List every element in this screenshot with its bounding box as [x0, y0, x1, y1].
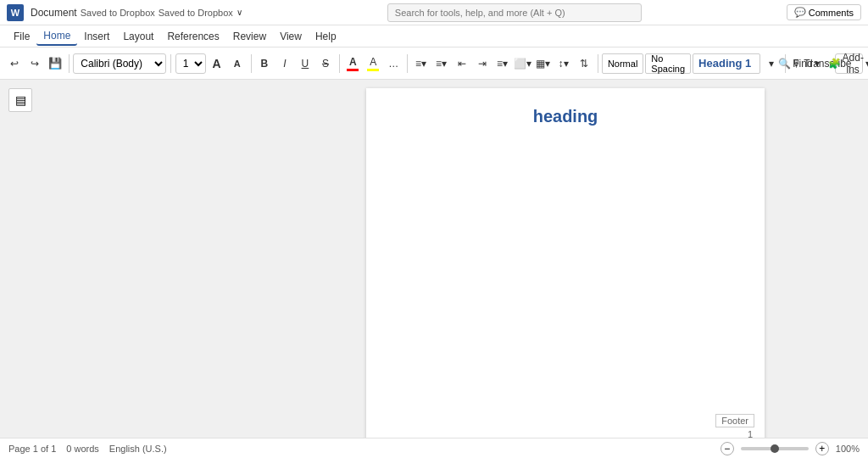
style-normal[interactable]: Normal: [602, 53, 643, 74]
thumbnail-icon: ▤: [15, 93, 26, 107]
font-size-select[interactable]: 11 8910 121416: [175, 53, 206, 74]
menu-insert[interactable]: Insert: [77, 28, 116, 45]
mic-icon: 🎙: [792, 58, 802, 70]
grow-font-button[interactable]: A: [208, 53, 226, 74]
document-canvas[interactable]: heading Footer 1: [366, 88, 765, 438]
addins-label: Add-ins: [843, 52, 864, 75]
comments-button[interactable]: 💬 Comments: [787, 4, 861, 20]
doc-name: Document: [31, 7, 77, 19]
search-bar: [242, 3, 787, 22]
zoom-out-button[interactable]: −: [721, 442, 734, 455]
font-family-select[interactable]: Calibri (Body) Arial Times New Roman: [73, 53, 166, 74]
redo-button[interactable]: ↪: [25, 53, 44, 74]
doc-saved-status: Saved to Dropbox: [159, 8, 233, 18]
thumbnail-toggle[interactable]: ▤: [8, 88, 32, 112]
shrink-font-button[interactable]: A: [228, 53, 247, 74]
dropdown-arrow[interactable]: ∨: [236, 8, 242, 17]
search-icon: 🔍: [778, 58, 791, 70]
style-nospacing-label: No Spacing: [651, 53, 685, 74]
menu-help[interactable]: Help: [309, 28, 343, 45]
numbering-button[interactable]: ≡▾: [432, 53, 451, 74]
highlight-letter: A: [370, 56, 376, 68]
zoom-slider[interactable]: [741, 447, 809, 450]
zoom-thumb: [771, 444, 779, 453]
strikethrough-button[interactable]: S: [316, 53, 335, 74]
line-spacing-button[interactable]: ↕▾: [554, 53, 573, 74]
status-right: − + 100%: [721, 442, 860, 455]
font-color-indicator: [347, 69, 359, 71]
save-icon: 💾: [48, 57, 62, 70]
doc-status: Saved to Dropbox: [81, 8, 155, 18]
style-normal-label: Normal: [608, 59, 637, 69]
heading-text: heading: [533, 107, 598, 126]
style-nospacing[interactable]: No Spacing: [645, 53, 691, 74]
search-input[interactable]: [387, 3, 642, 22]
menu-references[interactable]: References: [160, 28, 225, 45]
comments-label: Comments: [809, 8, 854, 18]
app-logo: W: [7, 4, 24, 21]
menu-review[interactable]: Review: [226, 28, 273, 45]
menu-file[interactable]: File: [7, 28, 36, 45]
bullets-button[interactable]: ≡▾: [412, 53, 431, 74]
document-title: Document Saved to Dropbox Saved to Dropb…: [31, 7, 242, 19]
footer-label: Footer: [715, 414, 754, 427]
font-color-letter: A: [349, 56, 357, 68]
page-number: 1: [748, 429, 753, 438]
undo-button[interactable]: ↩: [5, 53, 24, 74]
menu-view[interactable]: View: [273, 28, 309, 45]
toolbar: ↩ ↪ 💾 Calibri (Body) Arial Times New Rom…: [0, 47, 868, 80]
highlight-color-indicator: [367, 69, 379, 71]
title-actions: 💬 Comments: [787, 4, 861, 20]
document-page[interactable]: heading Footer 1: [263, 80, 868, 438]
language: English (U.S.): [109, 444, 167, 454]
sort-button[interactable]: ⇅: [575, 53, 593, 74]
word-count: 0 words: [66, 444, 99, 454]
highlight-button[interactable]: A: [364, 53, 382, 74]
font-color-button[interactable]: A: [343, 53, 362, 74]
italic-button[interactable]: I: [275, 53, 294, 74]
underline-button[interactable]: U: [296, 53, 314, 74]
bold-button[interactable]: B: [255, 53, 274, 74]
more-formatting-button[interactable]: …: [384, 53, 403, 74]
menu-home[interactable]: Home: [36, 27, 77, 46]
page-info: Page 1 of 1: [8, 444, 56, 454]
word-icon: W: [7, 4, 24, 21]
zoom-percent: 100%: [836, 444, 860, 454]
align-button[interactable]: ≡▾: [493, 53, 512, 74]
outdent-button[interactable]: ⇤: [453, 53, 471, 74]
title-bar: W Document Saved to Dropbox Saved to Dro…: [0, 0, 868, 25]
heading1-style[interactable]: Heading 1: [693, 53, 760, 74]
addins-icon: 🧩: [828, 58, 841, 70]
addins-button[interactable]: 🧩 Add-ins ▾: [835, 53, 863, 74]
shading-button[interactable]: ⬜▾: [514, 53, 532, 74]
status-bar: Page 1 of 1 0 words English (U.S.) − + 1…: [0, 438, 868, 458]
indent-button[interactable]: ⇥: [473, 53, 492, 74]
zoom-in-button[interactable]: +: [815, 442, 829, 455]
comment-icon: 💬: [794, 7, 806, 18]
save-button[interactable]: 💾: [46, 53, 64, 74]
menu-bar: File Home Insert Layout References Revie…: [0, 25, 868, 47]
document-area: ▤ heading Footer 1: [0, 80, 868, 438]
menu-layout[interactable]: Layout: [116, 28, 160, 45]
border-button[interactable]: ▦▾: [534, 53, 553, 74]
left-panel: ▤: [0, 80, 263, 438]
heading1-label: Heading 1: [698, 57, 751, 70]
